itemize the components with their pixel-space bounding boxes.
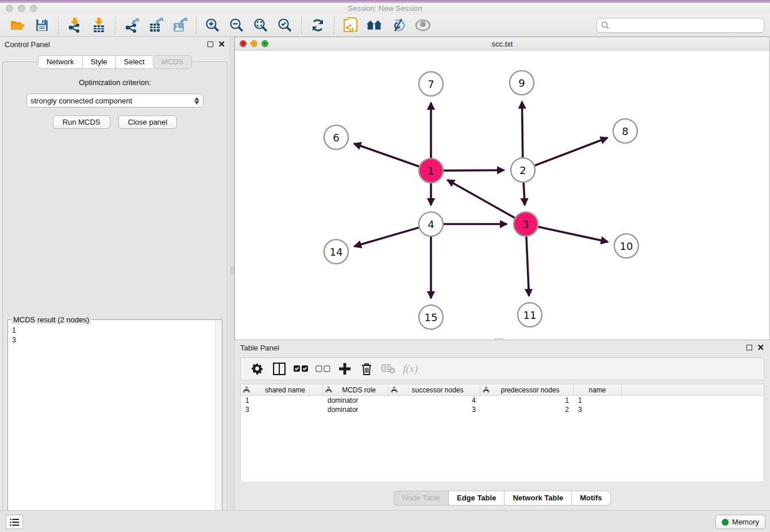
graph-node-9[interactable]: 9 — [510, 71, 534, 95]
minimize-view-icon[interactable]: − — [251, 40, 257, 47]
select-all-icon[interactable] — [294, 361, 309, 376]
cell-shared-name[interactable]: 1 — [241, 396, 323, 404]
close-panel-icon[interactable]: ✕ — [218, 41, 225, 47]
graph-node-8[interactable]: 8 — [613, 119, 637, 143]
cell-shared-name[interactable]: 3 — [241, 406, 323, 414]
zoom-out-icon[interactable] — [228, 17, 245, 34]
tab-node-table[interactable]: Node Table — [394, 491, 448, 506]
graph-edge-2-3[interactable] — [523, 183, 525, 205]
close-view-icon[interactable]: ✕ — [240, 40, 247, 47]
close-table-panel-icon[interactable]: ✕ — [757, 345, 764, 350]
graph-node-6[interactable]: 6 — [324, 125, 348, 149]
cell-name[interactable]: 1 — [573, 396, 622, 404]
first-neighbors-icon[interactable] — [366, 17, 383, 34]
table-row[interactable]: 3 dominator 3 2 3 — [241, 405, 764, 414]
cell-predecessor-nodes[interactable]: 2 — [480, 406, 573, 414]
graph-node-label: 10 — [620, 240, 633, 252]
graph-edge-1-2[interactable] — [444, 170, 504, 171]
column-header-successor-nodes[interactable]: successor nodes — [388, 384, 480, 395]
column-header-mcds-role[interactable]: MCDS role — [323, 384, 388, 395]
mcds-result-text[interactable]: 1 3 — [9, 325, 214, 532]
graph-node-4[interactable]: 4 — [419, 212, 443, 236]
cell-successor-nodes[interactable]: 3 — [388, 406, 480, 414]
cell-mcds-role[interactable]: dominator — [323, 406, 388, 414]
zoom-fit-icon[interactable] — [252, 17, 270, 34]
graph-edge-3-11[interactable] — [526, 237, 529, 296]
import-table-icon[interactable] — [90, 17, 107, 34]
export-image-icon[interactable] — [171, 17, 188, 34]
graph-edge-3-1[interactable] — [448, 180, 515, 218]
deselect-all-icon[interactable] — [315, 361, 330, 376]
table-header-row: shared name MCDS role successor nodes pr… — [241, 384, 764, 396]
maximize-view-icon[interactable]: + — [261, 40, 268, 47]
search-input[interactable] — [610, 20, 764, 31]
network-graph: 1234678910111415 — [235, 51, 769, 340]
graph-node-15[interactable]: 15 — [419, 305, 443, 329]
column-header-predecessor-nodes[interactable]: predecessor nodes — [480, 384, 573, 395]
task-history-button[interactable] — [6, 515, 23, 529]
graph-edge-1-6[interactable] — [354, 144, 419, 167]
optimization-criterion-select[interactable]: strongly connected component — [26, 94, 203, 107]
float-panel-icon[interactable] — [207, 41, 213, 47]
graph-node-2[interactable]: 2 — [511, 158, 535, 182]
splitter-grip[interactable] — [231, 267, 234, 275]
float-table-panel-icon[interactable] — [746, 345, 752, 350]
column-header-shared-name[interactable]: shared name — [241, 384, 323, 395]
export-table-icon[interactable] — [147, 17, 164, 34]
add-column-icon[interactable] — [337, 361, 352, 376]
tab-mcds[interactable]: MCDS — [153, 55, 192, 69]
network-canvas[interactable]: 1234678910111415 — [235, 51, 769, 340]
memory-button[interactable]: Memory — [715, 515, 765, 529]
export-network-icon[interactable] — [123, 17, 140, 34]
show-all-icon[interactable] — [414, 17, 432, 34]
mcds-result-title: MCDS result (2 nodes) — [11, 315, 91, 324]
tab-network[interactable]: Network — [38, 55, 82, 69]
control-panel: Control Panel ✕ Network Style Select MCD… — [0, 37, 230, 510]
save-session-icon[interactable] — [33, 17, 51, 34]
result-line: 3 — [12, 336, 211, 345]
cell-mcds-role[interactable]: dominator — [323, 396, 388, 404]
graph-node-11[interactable]: 11 — [518, 303, 542, 327]
import-network-icon[interactable] — [66, 17, 83, 34]
zoom-selected-icon[interactable] — [276, 17, 294, 34]
clone-network-icon[interactable] — [342, 17, 359, 34]
network-window-titlebar[interactable]: ✕ − + scc.txt — [235, 37, 769, 51]
zoom-in-icon[interactable] — [204, 17, 221, 34]
cell-successor-nodes[interactable]: 4 — [388, 396, 480, 404]
tab-motifs[interactable]: Motifs — [571, 491, 610, 506]
graph-node-1[interactable]: 1 — [419, 159, 443, 183]
refresh-layout-icon[interactable] — [309, 17, 326, 34]
tab-select[interactable]: Select — [116, 55, 153, 69]
delete-column-icon[interactable] — [359, 361, 374, 376]
cell-predecessor-nodes[interactable]: 1 — [480, 396, 573, 404]
graph-edge-2-9[interactable] — [522, 102, 522, 157]
graph-node-label: 7 — [428, 78, 434, 90]
function-builder-icon[interactable]: f(x) — [403, 361, 418, 376]
graph-edge-2-8[interactable] — [535, 138, 608, 165]
show-columns-icon[interactable] — [272, 361, 287, 376]
tab-edge-table[interactable]: Edge Table — [448, 491, 504, 506]
tab-style[interactable]: Style — [82, 55, 116, 69]
graph-edge-3-10[interactable] — [538, 227, 607, 242]
graph-node-3[interactable]: 3 — [514, 212, 538, 236]
memory-status-icon — [722, 519, 729, 526]
graph-edge-4-14[interactable] — [355, 228, 419, 246]
graph-node-10[interactable]: 10 — [614, 234, 638, 258]
tab-network-table[interactable]: Network Table — [504, 491, 571, 506]
hide-selected-icon[interactable] — [390, 17, 407, 34]
column-header-name[interactable]: name — [573, 384, 622, 395]
table-settings-gear-icon[interactable] — [250, 361, 265, 376]
delete-table-icon[interactable] — [381, 361, 396, 376]
close-panel-button[interactable]: Close panel — [118, 115, 178, 129]
result-scrollbar[interactable] — [215, 321, 222, 532]
open-session-icon[interactable] — [9, 17, 26, 34]
graph-node-14[interactable]: 14 — [324, 240, 348, 264]
cell-name[interactable]: 3 — [573, 406, 622, 414]
run-mcds-button[interactable]: Run MCDS — [53, 115, 110, 129]
graph-node-7[interactable]: 7 — [419, 72, 443, 96]
vertical-splitter[interactable] — [230, 37, 234, 510]
main-toolbar — [0, 14, 770, 37]
graph-node-label: 15 — [425, 311, 438, 323]
memory-label: Memory — [732, 518, 759, 526]
table-row[interactable]: 1 dominator 4 1 1 — [241, 396, 764, 405]
